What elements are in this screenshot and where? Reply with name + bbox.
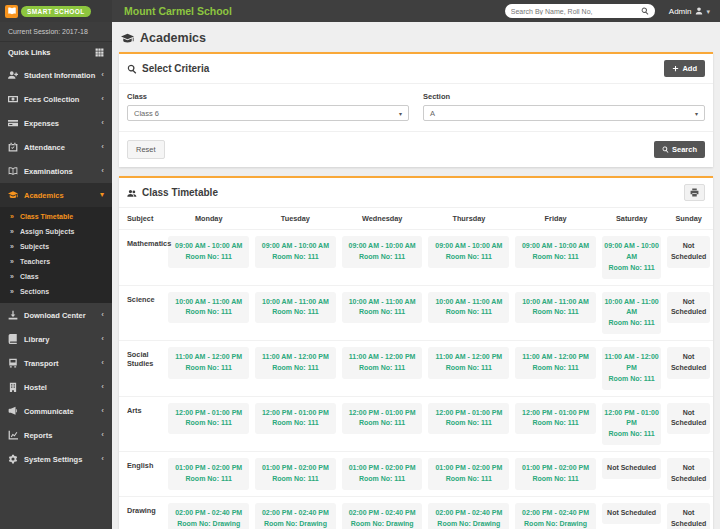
add-button[interactable]: Add — [664, 60, 705, 77]
scheduled-slot: 09:00 AM - 10:00 AMRoom No: 111 — [602, 236, 661, 279]
search-button[interactable]: Search — [654, 141, 705, 158]
book-open-icon — [8, 166, 18, 176]
print-button[interactable] — [684, 184, 705, 201]
slot-time: 01:00 PM - 02:00 PM — [257, 463, 334, 474]
day-cell: 12:00 PM - 01:00 PMRoom No: 111 — [512, 396, 599, 452]
slot-time: 09:00 AM - 10:00 AM — [604, 241, 659, 263]
slot-room: Room No: 111 — [344, 363, 421, 374]
day-cell: Not Scheduled — [664, 285, 713, 341]
day-cell: 09:00 AM - 10:00 AMRoom No: 111 — [252, 230, 339, 286]
slot-time: 12:00 PM - 01:00 PM — [257, 408, 334, 419]
subject-cell: Social Studies — [119, 341, 165, 397]
timetable-row: Mathematics09:00 AM - 10:00 AMRoom No: 1… — [119, 230, 713, 286]
scheduled-slot: 02:00 PM - 02:40 PMRoom No: Drawing Hall — [515, 503, 596, 529]
sidebar-item-examinations[interactable]: Examinations‹ — [0, 159, 112, 183]
scheduled-slot: 12:00 PM - 01:00 PMRoom No: 111 — [602, 403, 661, 446]
day-cell: Not Scheduled — [664, 230, 713, 286]
global-search[interactable] — [505, 4, 655, 18]
timetable-row: English01:00 PM - 02:00 PMRoom No: 11101… — [119, 452, 713, 497]
admin-menu[interactable]: Admin — [669, 7, 710, 16]
scheduled-slot: 11:00 AM - 12:00 PMRoom No: 111 — [515, 347, 596, 379]
search-icon[interactable] — [641, 7, 649, 15]
day-cell: 02:00 PM - 02:40 PMRoom No: Drawing Hall — [425, 496, 512, 529]
sidebar-item-download-center[interactable]: Download Center‹ — [0, 303, 112, 327]
reset-button[interactable]: Reset — [127, 140, 165, 159]
slot-time: 11:00 AM - 12:00 PM — [344, 352, 421, 363]
slot-room: Room No: 111 — [344, 252, 421, 263]
sidebar-item-communicate[interactable]: Communicate‹ — [0, 399, 112, 423]
add-button-label: Add — [682, 64, 697, 73]
slot-time: 12:00 PM - 01:00 PM — [604, 408, 659, 430]
search-icon — [127, 64, 137, 74]
sidebar-subitem-subjects[interactable]: »Subjects — [0, 239, 112, 254]
sidebar-item-fees-collection[interactable]: Fees Collection‹ — [0, 87, 112, 111]
sidebar-subitem-teachers[interactable]: »Teachers — [0, 254, 112, 269]
section-select[interactable]: A — [423, 105, 705, 121]
admin-label: Admin — [669, 7, 692, 16]
sidebar: Current Session: 2017-18 Quick Links Stu… — [0, 22, 112, 529]
chevron-down-icon — [399, 109, 402, 118]
sidebar-submenu: »Class Timetable»Assign Subjects»Subject… — [0, 207, 112, 303]
sidebar-item-label: Attendance — [24, 143, 65, 152]
sidebar-item-reports[interactable]: Reports‹ — [0, 423, 112, 447]
not-scheduled-slot: Not Scheduled — [602, 458, 661, 479]
day-cell: 02:00 PM - 02:40 PMRoom No: Drawing Hall — [512, 496, 599, 529]
printer-icon — [690, 188, 699, 197]
sidebar-item-expenses[interactable]: Expenses‹ — [0, 111, 112, 135]
scheduled-slot: 09:00 AM - 10:00 AMRoom No: 111 — [255, 236, 336, 268]
not-scheduled-slot: Not Scheduled — [667, 347, 710, 379]
app-logo[interactable]: SMART SCHOOL — [0, 0, 112, 22]
class-select[interactable]: Class 6 — [127, 105, 409, 121]
slot-time: 02:00 PM - 02:40 PM — [170, 508, 247, 519]
search-icon — [662, 146, 669, 153]
double-arrow-icon: » — [10, 228, 14, 235]
sidebar-item-academics[interactable]: Academics▾ — [0, 183, 112, 207]
sidebar-item-hostel[interactable]: Hostel‹ — [0, 375, 112, 399]
chevron-left-icon: ‹ — [101, 167, 104, 175]
day-cell: Not Scheduled — [664, 341, 713, 397]
day-cell: 09:00 AM - 10:00 AMRoom No: 111 — [425, 230, 512, 286]
sidebar-item-system-settings[interactable]: System Settings‹ — [0, 447, 112, 471]
not-scheduled-slot: Not Scheduled — [667, 403, 710, 435]
current-session: Current Session: 2017-18 — [0, 22, 112, 42]
chevron-left-icon: ‹ — [101, 95, 104, 103]
scheduled-slot: 11:00 AM - 12:00 PMRoom No: 111 — [168, 347, 249, 379]
day-cell: 12:00 PM - 01:00 PMRoom No: 111 — [339, 396, 426, 452]
timetable-row: Drawing02:00 PM - 02:40 PMRoom No: Drawi… — [119, 496, 713, 529]
sidebar-subitem-assign-subjects[interactable]: »Assign Subjects — [0, 224, 112, 239]
slot-time: 01:00 PM - 02:00 PM — [170, 463, 247, 474]
chevron-left-icon: ‹ — [101, 71, 104, 79]
slot-room: Room No: 111 — [517, 474, 594, 485]
sidebar-subitem-sections[interactable]: »Sections — [0, 284, 112, 299]
timetable-row: Arts12:00 PM - 01:00 PMRoom No: 11112:00… — [119, 396, 713, 452]
chevron-left-icon: ‹ — [101, 383, 104, 391]
day-cell: Not Scheduled — [664, 496, 713, 529]
sidebar-subitem-class-timetable[interactable]: »Class Timetable — [0, 209, 112, 224]
scheduled-slot: 12:00 PM - 01:00 PMRoom No: 111 — [515, 403, 596, 435]
quick-links[interactable]: Quick Links — [0, 42, 112, 63]
sidebar-subitem-class[interactable]: »Class — [0, 269, 112, 284]
search-input[interactable] — [511, 8, 641, 15]
topbar: SMART SCHOOL Mount Carmel School Admin — [0, 0, 720, 22]
graduation-cap-icon — [121, 32, 134, 45]
sidebar-subitem-label: Class Timetable — [20, 213, 73, 220]
column-header-thursday: Thursday — [425, 208, 512, 230]
chevron-left-icon: ‹ — [101, 311, 104, 319]
column-header-wednesday: Wednesday — [339, 208, 426, 230]
day-cell: 09:00 AM - 10:00 AMRoom No: 111 — [512, 230, 599, 286]
sidebar-item-attendance[interactable]: Attendance‹ — [0, 135, 112, 159]
chevron-down-icon: ▾ — [100, 191, 104, 199]
logo-text: SMART SCHOOL — [21, 6, 91, 17]
sidebar-item-student-information[interactable]: Student Information‹ — [0, 63, 112, 87]
sidebar-item-library[interactable]: Library‹ — [0, 327, 112, 351]
scheduled-slot: 11:00 AM - 12:00 PMRoom No: 111 — [602, 347, 661, 390]
day-cell: 02:00 PM - 02:40 PMRoom No: Drawing Hall — [165, 496, 252, 529]
sidebar-items: Student Information‹Fees Collection‹Expe… — [0, 63, 112, 471]
slot-time: 09:00 AM - 10:00 AM — [257, 241, 334, 252]
slot-room: Room No: 111 — [170, 363, 247, 374]
sidebar-item-transport[interactable]: Transport‹ — [0, 351, 112, 375]
bus-icon — [8, 358, 18, 368]
scheduled-slot: 01:00 PM - 02:00 PMRoom No: 111 — [342, 458, 423, 490]
double-arrow-icon: » — [10, 273, 14, 280]
criteria-actions: Reset Search — [119, 131, 713, 167]
